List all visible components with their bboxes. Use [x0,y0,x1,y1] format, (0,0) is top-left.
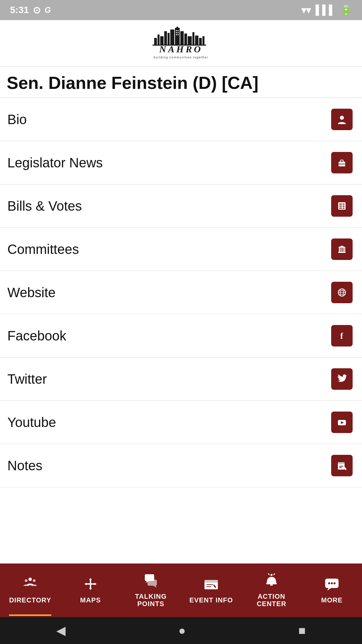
nav-item-event-info[interactable]: EVENT INFO [181,564,241,617]
wifi-icon: ▾▾ [301,5,311,16]
bottom-nav: DIRECTORY MAPS TALKING [0,564,362,617]
signal-icon: ▌▌▌ [315,5,336,15]
menu-item-website[interactable]: Website [0,271,362,314]
android-home-button[interactable]: ● [178,624,186,638]
svg-rect-71 [86,583,95,585]
menu-item-notes[interactable]: Notes [0,444,362,487]
svg-point-90 [334,582,336,584]
svg-rect-5 [170,30,174,45]
nav-item-talking-points-label: TALKING POINTS [135,593,167,607]
nav-item-more[interactable]: MORE [302,564,362,617]
svg-rect-34 [343,206,345,207]
menu-item-legislator-news-label: Legislator News [7,155,103,170]
nav-item-event-info-label: EVENT INFO [189,596,233,604]
menu-item-twitter[interactable]: Twitter [0,358,362,401]
android-nav: ◀ ● ■ [0,617,362,644]
svg-rect-12 [195,36,198,45]
nav-item-action-center[interactable]: ACTION CENTER [241,564,302,617]
youtube-icon [331,412,353,433]
action-center-icon [263,572,280,591]
svg-rect-16 [176,30,177,31]
svg-rect-33 [339,206,342,207]
menu-item-bio-label: Bio [7,112,27,127]
committees-icon [331,238,353,260]
svg-rect-84 [266,583,277,584]
svg-rect-74 [147,580,157,586]
time-display: 5:31 [10,5,29,15]
menu-item-youtube-label: Youtube [7,415,56,430]
menu-item-bio[interactable]: Bio [0,98,362,141]
event-info-icon [203,576,219,594]
bio-icon [331,109,353,130]
header: NAHRO building communities together [0,20,362,67]
svg-rect-13 [199,38,202,45]
svg-rect-1 [158,35,160,45]
nav-item-talking-points[interactable]: TALKING POINTS [121,564,181,617]
menu-item-facebook-label: Facebook [7,328,66,343]
menu-item-committees[interactable]: Committees [0,228,362,271]
svg-point-25 [340,116,344,120]
svg-marker-87 [327,588,331,591]
maps-icon [82,576,99,594]
status-bar-right: ▾▾ ▌▌▌ 🔋 [301,5,352,16]
nav-item-maps[interactable]: MAPS [60,564,121,617]
svg-rect-21 [178,34,179,35]
svg-rect-39 [339,248,340,252]
directory-icon [22,576,38,594]
svg-point-65 [33,579,36,582]
android-back-button[interactable]: ◀ [56,624,66,638]
bills-votes-icon [331,195,353,217]
svg-line-83 [274,574,275,575]
menu-item-bills-votes[interactable]: Bills & Votes [0,184,362,228]
svg-text:NAHRO: NAHRO [159,44,203,54]
svg-rect-19 [178,32,179,33]
svg-rect-2 [160,36,164,45]
legislator-news-icon [331,152,353,173]
svg-rect-11 [192,32,194,45]
nav-item-directory-label: DIRECTORY [9,596,51,604]
svg-rect-37 [337,244,347,255]
page-title: Sen. Dianne Feinstein (D) [CA] [0,67,362,98]
svg-rect-14 [202,36,204,45]
svg-rect-3 [164,31,167,45]
svg-line-82 [268,574,269,575]
svg-rect-41 [343,248,344,252]
talking-points-icon [143,572,159,591]
g-icon: G [45,5,51,15]
svg-rect-6 [175,28,180,45]
menu-item-website-label: Website [7,285,56,300]
svg-text:building communities together: building communities together [154,56,208,59]
circle-icon: ⊙ [33,5,41,16]
svg-rect-35 [339,208,342,209]
svg-rect-8 [180,31,184,45]
svg-point-88 [328,582,330,584]
menu-item-notes-label: Notes [7,458,43,473]
svg-point-64 [25,579,27,582]
twitter-icon [331,368,353,390]
nav-item-maps-label: MAPS [80,596,101,604]
svg-text:f: f [340,331,343,341]
svg-rect-58 [338,462,345,464]
nahro-logo-svg: NAHRO building communities together [147,26,215,63]
menu-item-committees-label: Committees [7,242,79,257]
more-icon [324,576,340,594]
nav-item-directory[interactable]: DIRECTORY [0,564,60,617]
svg-rect-20 [176,34,177,35]
menu-item-youtube[interactable]: Youtube [0,401,362,444]
svg-rect-85 [270,584,273,586]
menu-item-legislator-news[interactable]: Legislator News [0,141,362,184]
svg-marker-75 [153,586,157,588]
svg-rect-36 [343,208,345,209]
android-recent-button[interactable]: ■ [298,624,306,638]
logo-container: NAHRO building communities together [147,26,215,63]
svg-rect-0 [154,38,157,45]
facebook-icon: f [331,325,353,346]
svg-rect-40 [341,248,342,252]
svg-rect-42 [344,248,345,252]
status-bar: 5:31 ⊙ G ▾▾ ▌▌▌ 🔋 [0,0,362,20]
svg-rect-77 [204,580,218,583]
svg-point-89 [331,582,333,584]
menu-item-facebook[interactable]: Facebook f [0,314,362,358]
nav-item-more-label: MORE [321,596,343,604]
svg-rect-17 [178,30,179,31]
